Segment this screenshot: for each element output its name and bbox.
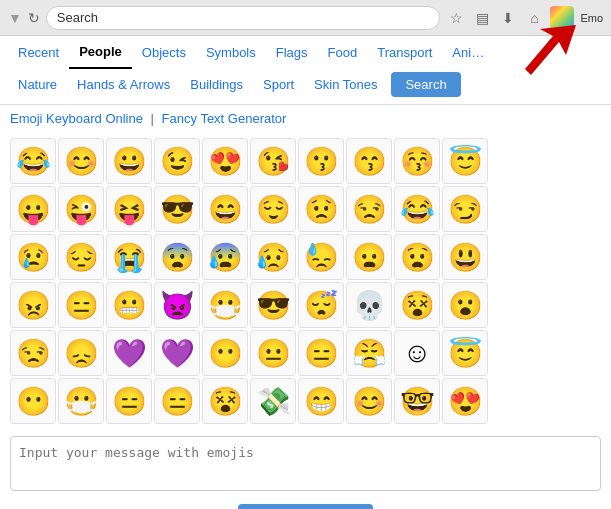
emoji-cell[interactable]: 😵 [394,282,440,328]
browser-back-icon[interactable]: ▼ [8,10,22,26]
emoji-cell[interactable]: 😷 [58,378,104,424]
emoji-cell[interactable]: 👿 [154,282,200,328]
home-icon[interactable]: ⌂ [524,8,544,28]
tab-nature[interactable]: Nature [8,69,67,100]
tab-skin-tones[interactable]: Skin Tones [304,69,387,100]
emoji-row: 😢😔😭😨😰😥😓😦😧😃 [10,234,601,280]
tab-recent[interactable]: Recent [8,37,69,68]
emoji-cell[interactable]: 😦 [346,234,392,280]
emoji-grid: 😂😊😀😉😍😘😗😙😚😇😛😜😝😎😄😌😟😒😂😏😢😔😭😨😰😥😓😦😧😃😠😑😬👿😷😎😴💀😵😮… [0,132,611,430]
emoji-cell[interactable]: 😁 [298,378,344,424]
emoji-cell[interactable]: 😌 [250,186,296,232]
emoji-cell[interactable]: 😛 [10,186,56,232]
tab-flags[interactable]: Flags [266,37,318,68]
tab-buildings[interactable]: Buildings [180,69,253,100]
emoji-cell[interactable]: 😊 [346,378,392,424]
emoji-cell[interactable]: 😥 [250,234,296,280]
links-row: Emoji Keyboard Online | Fancy Text Gener… [0,105,611,132]
tab-transport[interactable]: Transport [367,37,442,68]
emoji-row: 😠😑😬👿😷😎😴💀😵😮 [10,282,601,328]
emoji-cell[interactable]: 😠 [10,282,56,328]
emoji-cell[interactable]: 😇 [442,330,488,376]
emoji-cell[interactable]: 😮 [442,282,488,328]
emoji-row: 😛😜😝😎😄😌😟😒😂😏 [10,186,601,232]
emoji-cell[interactable]: 😴 [298,282,344,328]
emoji-cell[interactable]: 😎 [154,186,200,232]
emoji-row: 😶😷😑😑😵💸😁😊🤓😍 [10,378,601,424]
fancy-text-link[interactable]: Fancy Text Generator [162,111,287,126]
message-area [0,430,611,498]
emoji-cell[interactable]: 😑 [58,282,104,328]
emoji-cell[interactable]: 😍 [202,138,248,184]
tab-sport[interactable]: Sport [253,69,304,100]
tab-symbols[interactable]: Symbols [196,37,266,68]
emoji-cell[interactable]: 😓 [298,234,344,280]
emoji-cell[interactable]: 😧 [394,234,440,280]
emoji-cell[interactable]: 😂 [10,138,56,184]
emoji-cell[interactable]: 😂 [394,186,440,232]
star-icon[interactable]: ☆ [446,8,466,28]
reader-icon[interactable]: ▤ [472,8,492,28]
emoji-cell[interactable]: 😉 [154,138,200,184]
copy-message-button[interactable]: Copy message [238,504,373,509]
emoji-cell[interactable]: 😚 [394,138,440,184]
emoji-cell[interactable]: 😘 [250,138,296,184]
ext-label: Emo [580,12,603,24]
tab-ani[interactable]: Ani… [442,37,494,68]
emoji-cell[interactable]: 😬 [106,282,152,328]
emoji-cell[interactable]: 😶 [202,330,248,376]
emoji-cell[interactable]: 😍 [442,378,488,424]
emoji-cell[interactable]: 😞 [58,330,104,376]
emoji-cell[interactable]: 😒 [10,330,56,376]
emoji-cell[interactable]: 😰 [202,234,248,280]
emoji-cell[interactable]: 😑 [298,330,344,376]
emoji-cell[interactable]: 💜 [106,330,152,376]
emoji-cell[interactable]: 💸 [250,378,296,424]
tab-people[interactable]: People [69,36,132,69]
emoji-cell[interactable]: 😀 [106,138,152,184]
emoji-cell[interactable]: 🤓 [394,378,440,424]
emoji-cell[interactable]: 😔 [58,234,104,280]
browser-icons: ☆ ▤ ⬇ ⌂ [446,6,574,30]
emoji-cell[interactable]: 💜 [154,330,200,376]
emoji-cell[interactable]: 😐 [250,330,296,376]
emoji-cell[interactable]: 😒 [346,186,392,232]
emoji-cell[interactable]: 😇 [442,138,488,184]
emoji-extension-icon[interactable] [550,6,574,30]
message-input[interactable] [10,436,601,491]
emoji-row: 😒😞💜💜😶😐😑😤☺😇 [10,330,601,376]
emoji-cell[interactable]: 😶 [10,378,56,424]
tab-food[interactable]: Food [318,37,368,68]
emoji-cell[interactable]: 😤 [346,330,392,376]
emoji-cell[interactable]: 😜 [58,186,104,232]
emoji-cell[interactable]: 😵 [202,378,248,424]
browser-refresh-icon[interactable]: ↻ [28,10,40,26]
emoji-keyboard-link[interactable]: Emoji Keyboard Online [10,111,143,126]
emoji-cell[interactable]: 😭 [106,234,152,280]
tab-hands-arrows[interactable]: Hands & Arrows [67,69,180,100]
address-bar[interactable]: Search [46,6,441,30]
tab-search[interactable]: Search [391,72,460,97]
emoji-cell[interactable]: 😙 [346,138,392,184]
download-icon[interactable]: ⬇ [498,8,518,28]
emoji-cell[interactable]: 😗 [298,138,344,184]
emoji-cell[interactable]: ☺ [394,330,440,376]
emoji-cell[interactable]: 💀 [346,282,392,328]
emoji-cell[interactable]: 😟 [298,186,344,232]
emoji-row: 😂😊😀😉😍😘😗😙😚😇 [10,138,601,184]
emoji-cell[interactable]: 😊 [58,138,104,184]
emoji-cell[interactable]: 😝 [106,186,152,232]
emoji-cell[interactable]: 😑 [106,378,152,424]
emoji-cell[interactable]: 😢 [10,234,56,280]
emoji-cell[interactable]: 😄 [202,186,248,232]
emoji-cell[interactable]: 😎 [250,282,296,328]
nav-row-1: Recent People Objects Symbols Flags Food… [8,36,603,69]
emoji-cell[interactable]: 😃 [442,234,488,280]
nav-tabs: Recent People Objects Symbols Flags Food… [0,36,611,105]
tab-objects[interactable]: Objects [132,37,196,68]
links-separator: | [151,111,154,126]
emoji-cell[interactable]: 😏 [442,186,488,232]
emoji-cell[interactable]: 😑 [154,378,200,424]
emoji-cell[interactable]: 😷 [202,282,248,328]
emoji-cell[interactable]: 😨 [154,234,200,280]
